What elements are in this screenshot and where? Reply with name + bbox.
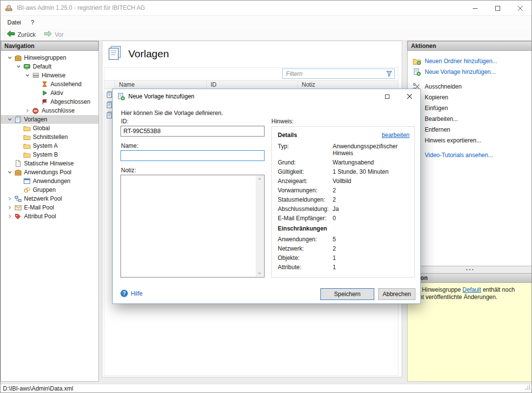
forward-arrow-icon — [44, 30, 52, 39]
action-new-template[interactable]: Neue Vorlage hinzufügen... — [408, 67, 532, 77]
chevron-right-icon[interactable] — [6, 195, 14, 203]
mail-icon — [14, 204, 22, 211]
action-edit[interactable]: Bearbeiten... — [408, 114, 532, 124]
tree-item-statische-hinweise[interactable]: Statische Hinweise — [1, 159, 98, 168]
restriction-row: Attribute:1 — [278, 264, 410, 271]
navigation-toolbar: Zurück Vor — [0, 29, 532, 41]
title-bar: IBI-aws Admin 1.25.0 - registriert für I… — [0, 0, 532, 16]
filter-input[interactable] — [282, 69, 395, 79]
name-input[interactable] — [121, 150, 265, 161]
default-group-link[interactable]: Default — [462, 286, 481, 293]
detail-row: Statusmeldungen:2 — [278, 196, 410, 203]
right-column: Aktionen Neuen Ordner hinzufügen... Neue… — [407, 41, 532, 384]
chevron-down-icon[interactable] — [6, 116, 14, 123]
minimize-button[interactable] — [464, 0, 486, 16]
new-template-dialog: Neue Vorlage hinzufügen Hier können Sie … — [112, 89, 421, 304]
bearbeiten-link[interactable]: bearbeiten — [382, 132, 410, 139]
information-panel: Information Die Hinweisgruppe Default en… — [407, 273, 532, 382]
tree-item-aktiv[interactable]: Aktiv — [1, 89, 98, 97]
menu-bar: Datei ? — [0, 16, 532, 29]
chevron-down-icon[interactable] — [6, 168, 14, 176]
close-button[interactable] — [509, 0, 532, 16]
tree-item-ausschluesse[interactable]: Ausschlüsse — [1, 106, 98, 115]
detail-row: E-Mail Empfänger:0 — [278, 215, 410, 222]
tree-item-abgeschlossen[interactable]: Abgeschlossen — [1, 97, 98, 106]
stack-icon — [31, 72, 40, 79]
detail-row: Grund:Wartungsabend — [278, 159, 410, 166]
save-button[interactable]: Speichern — [320, 288, 374, 300]
page-title: Vorlagen — [128, 48, 169, 60]
forward-button[interactable]: Vor — [40, 29, 68, 40]
detail-row: Anzeigeart:Vollbild — [278, 178, 410, 185]
tree-item-hinweisgruppen[interactable]: Hinweisgruppen — [1, 53, 98, 62]
tree-item-hinweise[interactable]: Hinweise — [1, 71, 98, 80]
dialog-description: Hier können Sie die Vorlage definieren. — [121, 110, 223, 116]
restrictions-header: Einschränkungen — [278, 225, 410, 232]
menu-datei[interactable]: Datei — [2, 16, 26, 29]
action-new-folder[interactable]: Neuen Ordner hinzufügen... — [408, 56, 532, 67]
hinweis-details-panel: Details bearbeiten Typ:Anwendungsspezifi… — [271, 126, 415, 277]
folder-icon — [23, 125, 31, 132]
detail-row: Abschlussmeldung:Ja — [278, 206, 410, 212]
maximize-button[interactable] — [486, 0, 509, 16]
folder-icon — [23, 142, 31, 150]
tree-item-gruppen[interactable]: Gruppen — [1, 185, 98, 194]
action-video-tutorials[interactable]: Video-Tutorials ansehen... — [408, 150, 532, 161]
tree-item-attribut-pool[interactable]: Attribut Pool — [1, 212, 98, 221]
app-icon — [5, 4, 13, 12]
scrollbar[interactable] — [256, 176, 264, 277]
template-plus-icon — [412, 69, 421, 76]
scroll-up-icon[interactable] — [258, 178, 261, 180]
column-header-name[interactable]: Name — [115, 81, 207, 89]
tree-item-vorlagen[interactable]: Vorlagen — [1, 115, 98, 124]
detail-row: Gültigkeit:1 Stunde, 30 Minuten — [278, 168, 410, 175]
action-export-hinweis[interactable]: Hinweis exportieren... — [408, 135, 532, 146]
table-header-row: Name ID Notiz — [104, 80, 398, 89]
id-label: ID: — [121, 118, 128, 125]
restriction-row: Anwendungen:5 — [278, 236, 410, 243]
chevron-down-icon[interactable] — [15, 63, 23, 70]
tree-item-system-b[interactable]: System B — [1, 150, 98, 159]
tree-item-anwendungen[interactable]: Anwendungen — [1, 177, 98, 185]
menu-help[interactable]: ? — [26, 16, 39, 29]
action-paste[interactable]: Einfügen — [408, 103, 532, 114]
chevron-down-icon[interactable] — [6, 54, 14, 62]
dialog-close-button[interactable] — [398, 89, 420, 104]
new-template-icon — [117, 93, 125, 100]
tree-item-ausstehend[interactable]: Ausstehend — [1, 80, 98, 89]
filter-funnel-icon — [386, 70, 392, 78]
tree-item-anwendungs-pool[interactable]: Anwendungs Pool — [1, 168, 98, 177]
panel-splitter-grip[interactable] — [407, 266, 532, 273]
action-cut[interactable]: Ausschneiden — [408, 81, 532, 92]
detail-row: Vorwarnungen:2 — [278, 187, 410, 194]
information-panel-header: Information — [407, 273, 532, 283]
tree-item-email-pool[interactable]: E-Mail Pool — [1, 203, 98, 212]
scroll-down-icon[interactable] — [258, 273, 261, 275]
restriction-row: Netzwerk:2 — [278, 245, 410, 252]
chevron-down-icon[interactable] — [24, 71, 31, 79]
detail-row: Typ:Anwendungsspezifischer Hinweis — [278, 143, 410, 157]
restriction-row: Objekte:1 — [278, 254, 410, 261]
column-header-id[interactable]: ID — [207, 81, 298, 89]
tree-item-netzwerk-pool[interactable]: Netzwerk Pool — [1, 194, 98, 203]
action-copy[interactable]: Kopieren — [408, 92, 532, 103]
action-remove[interactable]: Entfernen — [408, 124, 532, 135]
actions-panel: Aktionen Neuen Ordner hinzufügen... Neue… — [407, 41, 532, 266]
note-textarea[interactable] — [121, 175, 265, 277]
help-link[interactable]: ? Hilfe — [121, 290, 143, 297]
cancel-button[interactable]: Abbrechen — [378, 288, 415, 300]
dialog-maximize-button[interactable] — [376, 89, 398, 104]
tag-icon — [14, 213, 22, 220]
chevron-right-icon[interactable] — [24, 107, 31, 115]
resize-grip[interactable] — [525, 384, 531, 392]
actions-panel-header: Aktionen — [408, 41, 532, 51]
tree-item-system-a[interactable]: System A — [1, 141, 98, 150]
id-input[interactable] — [121, 126, 265, 137]
tree-item-global[interactable]: Global — [1, 124, 98, 133]
back-button[interactable]: Zurück — [2, 29, 40, 40]
chevron-right-icon[interactable] — [6, 212, 14, 220]
tree-item-schnittstellen[interactable]: Schnittstellen — [1, 133, 98, 141]
tree-item-default[interactable]: Default — [1, 62, 98, 71]
chevron-right-icon[interactable] — [6, 204, 14, 211]
column-header-notiz[interactable]: Notiz — [298, 81, 398, 89]
